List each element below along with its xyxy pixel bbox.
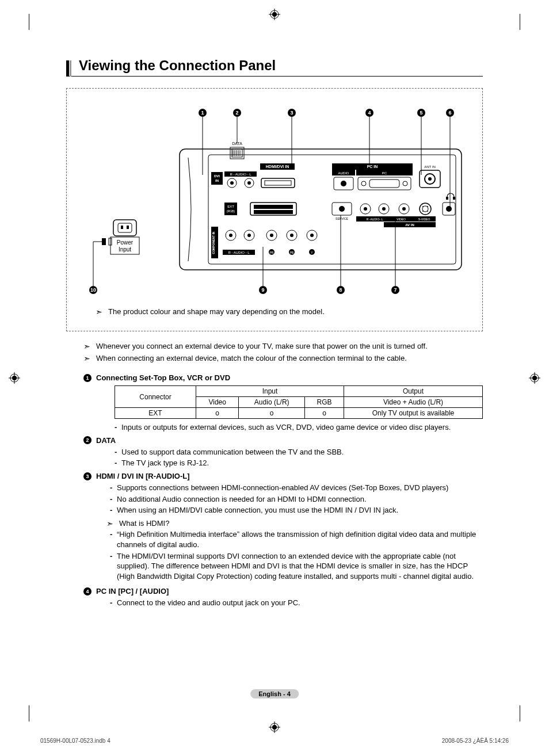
bullet-item: -The HDMI/DVI terminal supports DVI conn…	[110, 551, 483, 582]
svg-point-90	[341, 181, 346, 186]
svg-point-93	[403, 181, 407, 186]
registration-mark-icon	[9, 372, 20, 384]
td-ext: EXT	[115, 408, 196, 419]
section-heading: DATA	[96, 436, 116, 445]
note-arrow-icon: ➣	[83, 354, 90, 364]
svg-point-98	[428, 177, 432, 181]
svg-rect-61	[254, 205, 293, 209]
footer-filename: 01569H-00L07-0523.indb 4	[40, 738, 110, 744]
svg-text:COMPONENT IN: COMPONENT IN	[212, 231, 215, 254]
svg-text:IN: IN	[215, 179, 219, 182]
svg-text:DVI: DVI	[214, 174, 220, 178]
svg-text:3: 3	[290, 110, 293, 116]
svg-text:R - AUDIO - L: R - AUDIO - L	[230, 173, 251, 176]
note-text: When connecting an external device, matc…	[96, 354, 407, 362]
svg-text:AV IN: AV IN	[405, 223, 414, 227]
crop-mark	[520, 705, 520, 721]
registration-mark-icon	[529, 372, 540, 384]
svg-text:2: 2	[235, 110, 238, 116]
svg-point-115	[427, 206, 428, 207]
panel-svg: 1 2 3 4 5 6	[79, 106, 470, 301]
svg-rect-131	[102, 238, 106, 245]
registration-mark-icon	[269, 721, 280, 733]
connection-panel-diagram: 1 2 3 4 5 6	[78, 106, 471, 301]
crop-mark	[520, 14, 520, 30]
svg-rect-125	[118, 223, 132, 232]
th-connector: Connector	[115, 386, 196, 408]
svg-rect-38	[232, 149, 242, 157]
diagram-box: 1 2 3 4 5 6	[66, 88, 483, 331]
note-arrow-icon: ➣	[106, 519, 113, 529]
note-text: Whenever you connect an external device …	[96, 342, 428, 350]
svg-rect-124	[113, 220, 136, 236]
svg-point-114	[422, 206, 424, 207]
svg-text:5: 5	[420, 110, 422, 116]
section-pc-in: 4 PC IN [PC] / [AUDIO] -Connect to the v…	[83, 587, 483, 608]
svg-text:PC IN: PC IN	[367, 165, 378, 169]
page-header: Viewing the Connection Panel	[66, 58, 483, 77]
svg-point-66	[229, 234, 232, 237]
svg-point-102	[446, 206, 452, 212]
diagram-note: ➣ The product colour and shape may vary …	[96, 307, 471, 317]
th-audio: Audio (L/R)	[239, 397, 305, 408]
page-title: Viewing the Connection Panel	[79, 58, 483, 74]
svg-text:SERVICE: SERVICE	[336, 217, 349, 220]
svg-text:DATA: DATA	[232, 142, 242, 146]
svg-text:10: 10	[90, 287, 96, 293]
svg-text:6: 6	[448, 110, 451, 116]
section-hdmi-dvi: 3 HDMI / DVI IN [R-AUDIO-L] -Supports co…	[83, 472, 483, 581]
svg-point-92	[361, 181, 366, 186]
svg-point-109	[382, 207, 386, 211]
what-is-hdmi: ➣ What is HDMI?	[106, 519, 483, 529]
svg-text:4: 4	[368, 110, 371, 116]
page: Viewing the Connection Panel 1 2 3 4 5 6	[0, 0, 549, 756]
svg-point-54	[247, 181, 251, 185]
registration-mark-icon	[269, 9, 280, 20]
svg-text:S-VIDEO: S-VIDEO	[418, 217, 430, 221]
svg-point-70	[270, 234, 273, 237]
svg-text:(RGB): (RGB)	[227, 209, 235, 213]
svg-text:R - AUDIO - L: R - AUDIO - L	[228, 251, 250, 254]
svg-text:PC: PC	[382, 171, 387, 175]
svg-text:PB: PB	[290, 251, 294, 254]
th-video: Video	[196, 397, 239, 408]
section-connecting-settop: 1 Connecting Set-Top Box, VCR or DVD Con…	[83, 373, 483, 433]
svg-rect-62	[254, 210, 293, 214]
svg-point-111	[402, 207, 406, 211]
svg-text:9: 9	[261, 287, 264, 293]
svg-text:AUDIO: AUDIO	[338, 171, 349, 175]
svg-point-72	[290, 234, 293, 237]
section-heading: Connecting Set-Top Box, VCR or DVD	[96, 373, 230, 382]
svg-point-104	[339, 206, 345, 212]
note-arrow-icon: ➣	[96, 307, 102, 317]
svg-text:PR: PR	[270, 251, 274, 254]
section-heading: PC IN [PC] / [AUDIO]	[96, 587, 169, 595]
th-rgb: RGB	[305, 397, 344, 408]
crop-mark	[29, 705, 29, 721]
section-data: 2 DATA -Used to support data communicati…	[83, 436, 483, 468]
td-cell: o	[305, 408, 344, 419]
footer-timestamp: 2008-05-23 ¿ÀÈÄ 5:14:26	[442, 738, 509, 744]
svg-rect-94	[369, 180, 399, 188]
callout-badge: 1	[83, 374, 92, 382]
svg-rect-127	[127, 226, 129, 229]
svg-text:VIDEO: VIDEO	[396, 217, 406, 221]
svg-rect-100	[453, 197, 455, 200]
note-arrow-icon: ➣	[83, 342, 90, 352]
bullet-item: -“High Definition Multimedia interface” …	[110, 529, 483, 549]
svg-point-68	[247, 234, 251, 237]
svg-point-112	[420, 203, 431, 215]
callout-badge: 3	[83, 472, 92, 480]
svg-text:7: 7	[394, 287, 396, 293]
svg-text:Input: Input	[119, 246, 131, 253]
svg-text:HDMI/DVI IN: HDMI/DVI IN	[266, 165, 289, 169]
svg-rect-99	[446, 197, 448, 200]
crop-mark	[29, 14, 29, 30]
callout-badge: 4	[83, 587, 92, 595]
th-input: Input	[196, 386, 344, 397]
svg-text:ANT IN: ANT IN	[424, 165, 436, 169]
svg-text:R -AUDIO- L: R -AUDIO- L	[367, 217, 383, 221]
bullet-item: -Inputs or outputs for external devices,…	[115, 422, 483, 433]
svg-point-116	[422, 211, 424, 212]
general-note: ➣ When connecting an external device, ma…	[83, 354, 483, 364]
